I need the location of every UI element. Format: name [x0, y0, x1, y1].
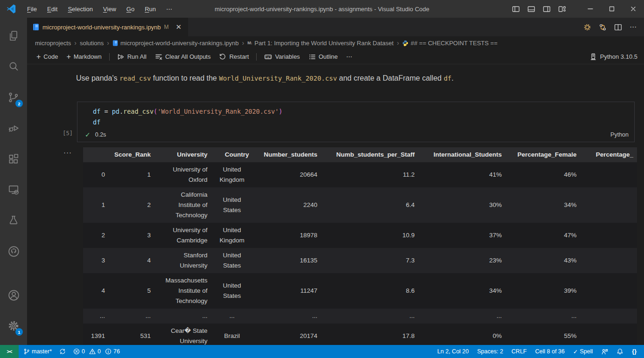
code-cell-editor[interactable]: df = pd.read_csv('World_University_Rank_…: [77, 102, 635, 142]
breadcrumb-item[interactable]: microprojects: [35, 40, 71, 47]
tab-close-icon[interactable]: ✕: [174, 22, 184, 32]
table-cell: 37%: [419, 223, 506, 248]
testing-icon[interactable]: [2, 205, 25, 236]
tab-notebook[interactable]: microproject-world-university-rankings.i…: [27, 18, 188, 36]
toolbar-more-button[interactable]: ⋯: [343, 51, 356, 62]
toggle-sidebar-icon[interactable]: [510, 3, 522, 15]
breadcrumb-label: Part 1: Importing the World University R…: [254, 40, 393, 47]
git-compare-icon[interactable]: [599, 23, 607, 31]
table-cell: 11.2: [321, 162, 419, 187]
git-branch-item[interactable]: master*: [21, 348, 55, 355]
cursor-position[interactable]: Ln 2, Col 20: [434, 348, 471, 355]
extensions-icon[interactable]: [2, 144, 25, 174]
breadcrumb-item[interactable]: solutions: [80, 40, 104, 47]
menu-file[interactable]: File: [23, 4, 41, 14]
toolbar-divider: [256, 53, 257, 61]
toggle-panel-icon[interactable]: [525, 3, 538, 15]
table-cell: 1: [109, 162, 154, 187]
code-token: ): [279, 108, 282, 115]
table-cell: ...: [419, 309, 506, 324]
menu-selection[interactable]: Selection: [63, 4, 97, 14]
menu-go[interactable]: Go: [122, 4, 139, 14]
output-gutter: ···: [27, 147, 83, 345]
search-icon[interactable]: [2, 51, 25, 82]
cell-language-picker[interactable]: Python: [610, 131, 629, 138]
output-more-icon[interactable]: ···: [63, 148, 72, 345]
run-all-icon: [117, 53, 125, 61]
cell-output: ··· Score_RankUniversityCountryNumber_st…: [27, 147, 644, 345]
explorer-icon[interactable]: [2, 21, 25, 51]
remote-explorer-icon[interactable]: [2, 174, 25, 205]
remote-indicator[interactable]: ><: [0, 345, 19, 358]
markdown-cell[interactable]: Use panda's read_csv function to read th…: [76, 72, 630, 84]
table-cell: Cear� State University: [154, 324, 211, 345]
eol-sequence[interactable]: CRLF: [509, 348, 530, 355]
inline-code: World_University_Rank_2020.csv: [219, 75, 337, 82]
kernel-picker[interactable]: Python 3.10.5: [600, 53, 637, 60]
menu-edit[interactable]: Edit: [43, 4, 62, 14]
run-debug-icon[interactable]: [2, 113, 25, 144]
table-cell: 4: [109, 248, 154, 273]
table-cell: 43%: [505, 248, 580, 273]
table-cell: University of Oxford: [154, 162, 211, 187]
indentation[interactable]: Spaces: 2: [475, 348, 506, 355]
activity-bar: 2 1: [0, 18, 27, 345]
table-cell: [581, 309, 637, 324]
problems-item[interactable]: 0 0 76: [70, 348, 123, 355]
column-header: Percentage_Female: [505, 147, 580, 162]
table-cell: 18978: [253, 223, 321, 248]
more-actions-icon[interactable]: ⋯: [630, 23, 637, 31]
sync-item[interactable]: [56, 348, 69, 355]
customize-layout-icon[interactable]: [556, 3, 568, 15]
row-index-cell: 3: [83, 248, 109, 273]
breadcrumb-item[interactable]: M↓Part 1: Importing the World University…: [247, 40, 393, 47]
breadcrumb-item[interactable]: ## == CHECKPOINT TESTS ==: [402, 40, 497, 47]
cell-indicator[interactable]: Cell 8 of 36: [532, 348, 567, 355]
add-markdown-cell-button[interactable]: + Markdown: [63, 51, 105, 62]
spell-checker[interactable]: ✓ Spell: [570, 348, 595, 355]
table-cell: ...: [253, 309, 321, 324]
maximize-button[interactable]: [601, 0, 623, 18]
toggle-secondary-sidebar-icon[interactable]: [540, 3, 553, 15]
row-index-cell: 2: [83, 223, 109, 248]
outline-button[interactable]: Outline: [305, 51, 342, 62]
menu-more[interactable]: ⋯: [162, 4, 176, 14]
breadcrumb-separator: ›: [107, 39, 109, 47]
menu-view[interactable]: View: [99, 4, 120, 14]
minimize-button[interactable]: [580, 0, 601, 18]
column-header: Numb_students_per_Staff: [321, 147, 419, 162]
clear-all-outputs-button[interactable]: Clear All Outputs: [151, 51, 215, 62]
accounts-icon[interactable]: [2, 280, 25, 310]
column-header: Percentage_: [581, 147, 637, 162]
source-control-icon[interactable]: 2: [2, 82, 25, 113]
column-header: Number_students: [253, 147, 321, 162]
code-line: df = pd.read_csv('World_University_Rank_…: [93, 106, 630, 117]
split-editor-icon[interactable]: [614, 23, 622, 31]
cell-gutter: [5]: [27, 102, 77, 142]
add-code-cell-button[interactable]: + Code: [33, 51, 62, 62]
close-button[interactable]: [623, 0, 644, 18]
code-editor-content[interactable]: df = pd.read_csv('World_University_Rank_…: [77, 102, 634, 129]
table-cell: United States: [211, 187, 252, 223]
breadcrumb-separator: ›: [74, 39, 77, 47]
braces-icon[interactable]: {}: [629, 348, 639, 355]
inline-code: df: [444, 75, 452, 82]
run-all-button[interactable]: Run All: [113, 51, 150, 62]
feedback-icon[interactable]: [598, 348, 611, 355]
menu-run[interactable]: Run: [140, 4, 160, 14]
table-cell: ...: [505, 309, 580, 324]
breadcrumb-item[interactable]: microproject-world-university-rankings.i…: [112, 40, 239, 47]
toolbar-divider: [109, 53, 110, 61]
notifications-bell-icon[interactable]: [614, 348, 626, 355]
restart-button[interactable]: Restart: [215, 51, 252, 62]
row-index-cell: 0: [83, 162, 109, 187]
table-row: 45Massachusetts Institute of TechnologyU…: [83, 273, 637, 309]
table-cell: 11247: [253, 273, 321, 309]
github-icon[interactable]: [2, 236, 25, 267]
notebook-settings-gear-icon[interactable]: [583, 23, 591, 31]
table-cell: [581, 223, 637, 248]
variables-button[interactable]: (x) Variables: [260, 51, 303, 62]
settings-gear-icon[interactable]: 1: [2, 310, 25, 341]
table-cell: 34%: [419, 273, 506, 309]
table-cell: United States: [211, 248, 252, 273]
